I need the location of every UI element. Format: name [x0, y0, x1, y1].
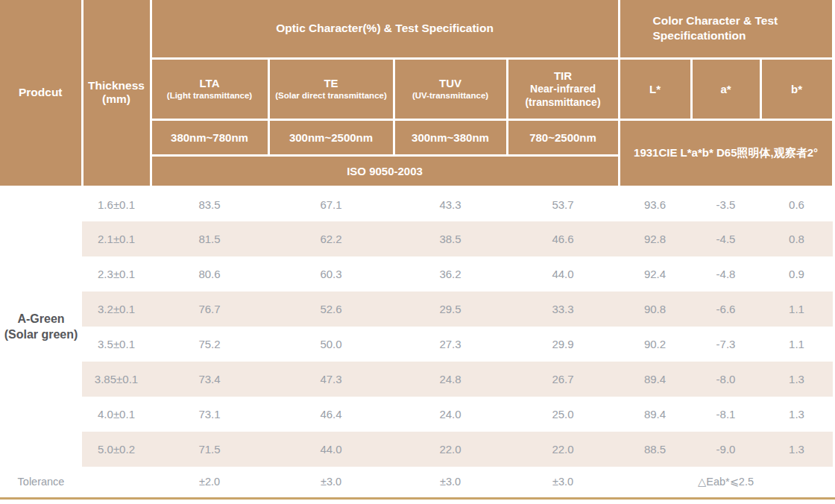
- thickness-cell: 3.85±0.1: [82, 362, 151, 397]
- tuv-value-cell: 27.3: [394, 327, 507, 362]
- lta-value-cell: 71.5: [151, 432, 268, 467]
- a-star-value-cell: -3.5: [691, 186, 760, 221]
- tuv-value-cell: 22.0: [394, 432, 507, 467]
- lta-value-cell: 75.2: [151, 327, 268, 362]
- tuv-abbr: TUV: [395, 76, 506, 91]
- col-header-a-star: a*: [691, 58, 760, 119]
- lta-value-cell: 80.6: [151, 256, 268, 292]
- b-star-value-cell: 0.9: [760, 256, 833, 292]
- tolerance-tuv: ±3.0: [394, 467, 507, 497]
- color-group-line2: Specificationtion: [653, 28, 832, 43]
- thickness-cell: 3.2±0.1: [82, 292, 151, 327]
- lta-abbr: LTA: [152, 76, 268, 91]
- a-star-value-cell: -4.5: [691, 221, 760, 256]
- l-star-value-cell: 92.4: [619, 256, 691, 292]
- lta-value-cell: 73.4: [151, 362, 268, 397]
- b-star-value-cell: 1.3: [760, 397, 833, 432]
- lta-desc: (Light transmittance): [152, 90, 268, 101]
- l-star-value-cell: 90.2: [619, 327, 691, 362]
- te-value-cell: 60.3: [268, 256, 394, 292]
- tuv-value-cell: 43.3: [394, 186, 507, 221]
- l-star-value-cell: 89.4: [619, 362, 691, 397]
- lta-value-cell: 83.5: [151, 186, 268, 221]
- thickness-cell: 1.6±0.1: [82, 186, 151, 221]
- tir-value-cell: 53.7: [507, 186, 619, 221]
- cie-standard-cell: 1931CIE L*a*b* D65照明体,观察者2°: [619, 119, 833, 186]
- col-header-lta: LTA (Light transmittance): [151, 58, 268, 119]
- wavelength-range-lta: 380nm~780nm: [151, 119, 268, 155]
- data-row: 3.85±0.1 73.4 47.3 24.8 26.7 89.4 -8.0 1…: [0, 362, 833, 397]
- color-character-group-header: Color Character & Test Specificationtion: [619, 0, 833, 58]
- col-header-b-star: b*: [760, 58, 833, 119]
- data-row: 4.0±0.1 73.1 46.4 24.0 25.0 89.4 -8.1 1.…: [0, 397, 833, 432]
- tir-value-cell: 26.7: [507, 362, 619, 397]
- l-star-value-cell: 90.8: [619, 292, 691, 327]
- te-value-cell: 67.1: [268, 186, 394, 221]
- te-value-cell: 46.4: [268, 397, 394, 432]
- col-header-l-star: L*: [619, 58, 691, 119]
- a-star-value-cell: -7.3: [691, 327, 760, 362]
- a-star-value-cell: -4.8: [691, 256, 760, 292]
- b-star-value-cell: 0.8: [760, 221, 833, 256]
- tir-value-cell: 22.0: [507, 432, 619, 467]
- iso-standard-cell: ISO 9050-2003: [151, 155, 619, 186]
- b-star-value-cell: 1.1: [760, 327, 833, 362]
- te-desc: (Solar direct transmittance): [270, 90, 393, 101]
- glass-spec-table: Prodcut Thickness (mm) Optic Character(%…: [0, 0, 834, 497]
- te-value-cell: 52.6: [268, 292, 394, 327]
- data-row: 3.2±0.1 76.7 52.6 29.5 33.3 90.8 -6.6 1.…: [0, 292, 833, 327]
- thickness-column-header: Thickness (mm): [82, 0, 151, 186]
- a-star-value-cell: -8.0: [691, 362, 760, 397]
- wavelength-range-tir: 780~2500nm: [507, 119, 619, 155]
- tuv-value-cell: 29.5: [394, 292, 507, 327]
- tir-abbr: TIR: [508, 69, 618, 84]
- tir-sub: Near-infrared: [508, 83, 618, 96]
- tir-value-cell: 33.3: [507, 292, 619, 327]
- l-star-value-cell: 93.6: [619, 186, 691, 221]
- thickness-cell: 5.0±0.2: [82, 432, 151, 467]
- te-value-cell: 62.2: [268, 221, 394, 256]
- data-row: 2.1±0.1 81.5 62.2 38.5 46.6 92.8 -4.5 0.…: [0, 221, 833, 256]
- a-star-value-cell: -8.1: [691, 397, 760, 432]
- tolerance-tir: ±3.0: [507, 467, 619, 497]
- tir-value-cell: 29.9: [507, 327, 619, 362]
- thickness-cell: 2.3±0.1: [82, 256, 151, 292]
- lta-value-cell: 81.5: [151, 221, 268, 256]
- l-star-value-cell: 92.8: [619, 221, 691, 256]
- b-star-value-cell: 1.1: [760, 292, 833, 327]
- tolerance-te: ±3.0: [268, 467, 394, 497]
- tolerance-thickness-cell: [82, 467, 151, 497]
- b-star-value-cell: 1.3: [760, 362, 833, 397]
- a-star-value-cell: -6.6: [691, 292, 760, 327]
- data-row: 5.0±0.2 71.5 44.0 22.0 22.0 88.5 -9.0 1.…: [0, 432, 833, 467]
- tolerance-row: Tolerance ±2.0 ±3.0 ±3.0 ±3.0 △Eab*⩽2.5: [0, 467, 833, 497]
- tuv-value-cell: 38.5: [394, 221, 507, 256]
- optic-character-group-header: Optic Character(%) & Test Specification: [151, 0, 619, 58]
- te-value-cell: 44.0: [268, 432, 394, 467]
- thickness-label-line2: (mm): [84, 92, 150, 106]
- tolerance-color: △Eab*⩽2.5: [619, 467, 833, 497]
- thickness-cell: 3.5±0.1: [82, 327, 151, 362]
- l-star-value-cell: 88.5: [619, 432, 691, 467]
- wavelength-range-tuv: 300nm~380nm: [394, 119, 507, 155]
- thickness-label-line1: Thickness: [84, 79, 150, 92]
- thickness-cell: 2.1±0.1: [82, 221, 151, 256]
- header-group-row: Prodcut Thickness (mm) Optic Character(%…: [0, 0, 833, 58]
- lta-value-cell: 73.1: [151, 397, 268, 432]
- tuv-value-cell: 24.0: [394, 397, 507, 432]
- b-star-value-cell: 0.6: [760, 186, 833, 221]
- col-header-te: TE (Solar direct transmittance): [268, 58, 394, 119]
- tir-desc: (transmittance): [508, 96, 618, 110]
- bottom-accent-line: [0, 497, 835, 500]
- wavelength-range-te: 300nm~2500nm: [268, 119, 394, 155]
- tuv-value-cell: 36.2: [394, 256, 507, 292]
- product-name-line2: (Solar green): [0, 327, 82, 343]
- data-row: A-Green (Solar green) 1.6±0.1 83.5 67.1 …: [0, 186, 833, 221]
- tir-value-cell: 46.6: [507, 221, 619, 256]
- data-row: 2.3±0.1 80.6 60.3 36.2 44.0 92.4 -4.8 0.…: [0, 256, 833, 292]
- te-value-cell: 50.0: [268, 327, 394, 362]
- te-abbr: TE: [270, 76, 393, 91]
- lta-value-cell: 76.7: [151, 292, 268, 327]
- product-column-header: Prodcut: [0, 0, 82, 186]
- tolerance-label: Tolerance: [0, 467, 82, 497]
